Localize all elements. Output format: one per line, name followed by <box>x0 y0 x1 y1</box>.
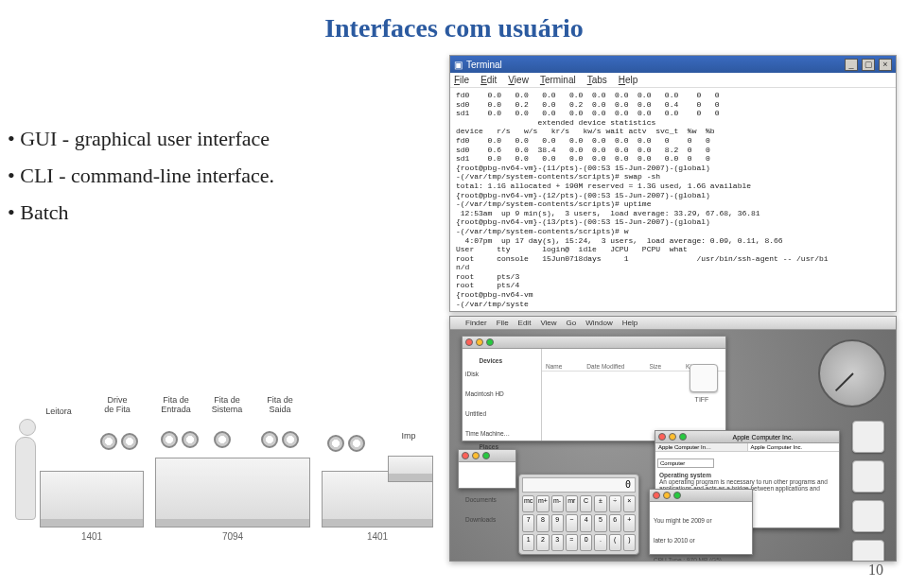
sidebar-item[interactable]: Untitled <box>465 410 538 417</box>
finder-file-pane[interactable]: Name Date Modified Size Kind TIFF <box>542 349 725 441</box>
calc-key[interactable]: 7 <box>522 514 534 531</box>
info-titlebar[interactable] <box>650 490 752 502</box>
menubar-help[interactable]: Help <box>622 319 637 327</box>
close-icon[interactable] <box>653 492 660 499</box>
menu-file[interactable]: File <box>454 75 469 85</box>
desktop-icon[interactable] <box>852 540 884 562</box>
zoom-icon[interactable] <box>486 338 494 346</box>
minimize-icon[interactable] <box>472 452 480 459</box>
label-imp: Imp <box>380 431 437 441</box>
menu-edit[interactable]: Edit <box>480 75 497 85</box>
calc-key[interactable]: 6 <box>609 514 621 531</box>
calc-key[interactable]: 2 <box>536 534 549 551</box>
sidebar-item[interactable]: Macintosh HD <box>465 390 538 397</box>
desktop-icon[interactable] <box>852 421 884 453</box>
terminal-window: ▣ Terminal _ ▢ × File Edit View Terminal… <box>449 55 897 312</box>
menubar-window[interactable]: Window <box>585 319 612 327</box>
menubar-file[interactable]: File <box>497 319 509 327</box>
browser-tab[interactable]: Apple Computer Inc. <box>748 443 840 451</box>
minimize-icon[interactable] <box>476 338 483 346</box>
calc-key[interactable]: 4 <box>580 514 592 531</box>
calc-key[interactable]: × <box>623 495 636 512</box>
calc-key[interactable]: + <box>623 514 636 531</box>
col-size[interactable]: Size <box>649 363 661 370</box>
close-icon[interactable] <box>658 433 666 441</box>
calc-key[interactable]: m- <box>551 495 564 512</box>
calc-key[interactable]: mr <box>566 495 578 512</box>
tape-reel-icon <box>121 433 138 450</box>
terminal-menubar[interactable]: File Edit View Terminal Tabs Help <box>450 73 896 88</box>
col-name[interactable]: Name <box>546 363 562 370</box>
calc-key[interactable]: ) <box>623 534 636 551</box>
menu-terminal[interactable]: Terminal <box>540 75 576 85</box>
machine-7094: 7094 <box>155 458 310 527</box>
calc-key[interactable]: 8 <box>536 514 549 531</box>
file-thumbnail-label: TIFF <box>678 396 725 403</box>
terminal-titlebar[interactable]: ▣ Terminal _ ▢ × <box>450 56 896 73</box>
calc-key[interactable]: 1 <box>522 534 534 551</box>
calc-key[interactable]: 9 <box>551 514 564 531</box>
sidebar-item[interactable]: iDisk <box>465 371 538 377</box>
tape-reel-icon <box>327 435 344 452</box>
maximize-button[interactable]: ▢ <box>862 59 875 71</box>
finder-window[interactable]: Devices iDisk Macintosh HD Untitled Time… <box>462 336 726 441</box>
calc-key[interactable]: . <box>594 534 606 551</box>
info-line: You might be 2009 or <box>654 517 748 524</box>
calc-key[interactable]: mc <box>522 495 534 512</box>
calc-key[interactable]: ( <box>609 534 621 551</box>
mini-window[interactable] <box>458 449 516 489</box>
clock-widget[interactable] <box>818 339 886 407</box>
menubar-go[interactable]: Go <box>567 319 577 327</box>
terminal-icon: ▣ <box>454 60 463 70</box>
zoom-icon[interactable] <box>673 492 681 499</box>
col-date[interactable]: Date Modified <box>586 363 624 370</box>
calc-key[interactable]: m+ <box>536 495 549 512</box>
calculator-window[interactable]: 0 mcm+m-mrC±÷× 789−456+ 123=0.() <box>518 474 639 555</box>
minimize-icon[interactable] <box>669 433 676 441</box>
calc-key[interactable]: = <box>566 534 578 551</box>
close-icon[interactable] <box>462 452 469 459</box>
menu-tabs[interactable]: Tabs <box>587 75 607 85</box>
menu-view[interactable]: View <box>508 75 529 85</box>
finder-sidebar[interactable]: Devices iDisk Macintosh HD Untitled Time… <box>463 349 542 441</box>
calc-key[interactable]: 0 <box>580 534 592 551</box>
tape-reel-icon <box>100 433 117 450</box>
menubar-view[interactable]: View <box>540 319 556 327</box>
calc-key[interactable]: C <box>580 495 592 512</box>
calc-key[interactable]: ÷ <box>609 495 621 512</box>
info-line: later to 2010 or <box>654 537 748 544</box>
menubar[interactable]: Finder File Edit View Go Window Help <box>450 317 896 330</box>
menubar-edit[interactable]: Edit <box>518 319 532 327</box>
file-thumbnail[interactable] <box>690 364 718 392</box>
label-sistema: Fita de Sistema <box>199 395 255 414</box>
calc-key[interactable]: 5 <box>594 514 606 531</box>
sidebar-item[interactable]: Time Machine… <box>465 430 538 437</box>
menu-help[interactable]: Help <box>619 75 638 85</box>
zoom-icon[interactable] <box>679 433 687 441</box>
close-icon[interactable] <box>465 338 473 346</box>
zoom-icon[interactable] <box>482 452 490 459</box>
machine-1401-right-label: 1401 <box>323 531 432 542</box>
desktop-icon[interactable] <box>852 500 884 532</box>
browser-search-field[interactable] <box>657 458 714 468</box>
bullet-cli: CLI - command-line interface. <box>8 160 274 191</box>
tape-reel-icon <box>261 431 278 448</box>
terminal-output[interactable]: fd0 0.0 0.0 0.0 0.0 0.0 0.0 0.0 0.0 0 0 … <box>450 88 896 311</box>
close-button[interactable]: × <box>879 59 892 71</box>
calc-key[interactable]: − <box>566 514 578 531</box>
menubar-finder[interactable]: Finder <box>465 319 487 327</box>
browser-titlebar[interactable]: Apple Computer Inc. <box>655 431 839 443</box>
info-window[interactable]: You might be 2009 or later to 2010 or CP… <box>649 489 753 555</box>
minimize-button[interactable]: _ <box>845 59 858 71</box>
page-heading: Operating system <box>659 472 711 478</box>
sidebar-header-devices: Devices <box>479 357 502 364</box>
browser-tab[interactable]: Apple Computer In… <box>655 443 748 451</box>
calc-key[interactable]: 3 <box>551 534 564 551</box>
minimize-icon[interactable] <box>663 492 671 499</box>
mini-titlebar[interactable] <box>459 450 515 462</box>
desktop-icon[interactable] <box>852 460 884 493</box>
label-leitora: Leitora <box>30 406 87 416</box>
calc-key[interactable]: ± <box>594 495 606 512</box>
calculator-keypad[interactable]: mcm+m-mrC±÷× 789−456+ 123=0.() <box>522 495 636 551</box>
finder-titlebar[interactable] <box>463 337 725 349</box>
